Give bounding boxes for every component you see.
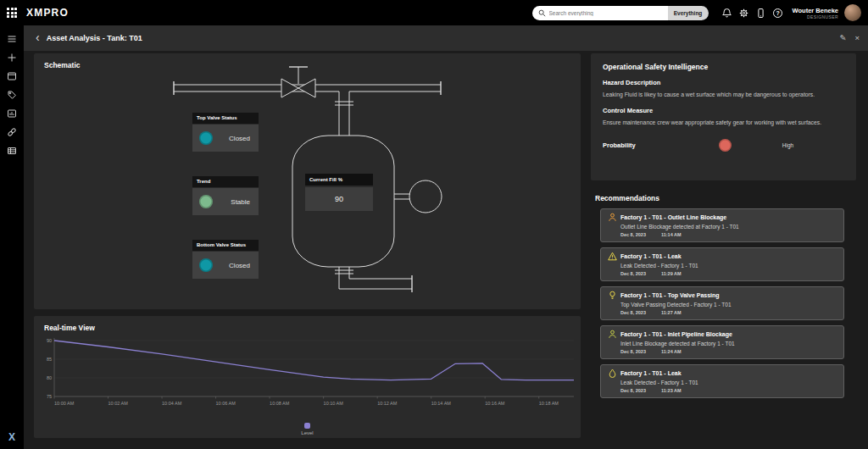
recommendation-time: 11:23 AM bbox=[661, 388, 682, 393]
help-icon: ? bbox=[773, 8, 782, 18]
svg-text:75: 75 bbox=[47, 394, 52, 399]
svg-text:10:12 AM: 10:12 AM bbox=[377, 401, 398, 406]
svg-text:80: 80 bbox=[47, 375, 52, 380]
bell-icon bbox=[721, 8, 732, 19]
bottom-valve-status-indicator bbox=[199, 258, 213, 272]
recommendation-title: Factory 1 - T01 - Top Valve Passing bbox=[620, 292, 720, 298]
svg-text:10:08 AM: 10:08 AM bbox=[270, 401, 290, 406]
recommendation-time: 11:29 AM bbox=[661, 271, 682, 276]
svg-text:10:16 AM: 10:16 AM bbox=[485, 401, 505, 406]
leak-drop-icon bbox=[608, 369, 617, 378]
operator-alert-icon bbox=[608, 213, 617, 222]
current-fill-label: Current Fill % bbox=[305, 174, 373, 186]
chart-icon bbox=[7, 108, 17, 119]
chart-legend[interactable]: Level bbox=[34, 423, 581, 435]
recommendation-date: Dec 8, 2023 bbox=[620, 271, 646, 276]
control-heading: Control Measure bbox=[603, 107, 844, 114]
svg-text:10:10 AM: 10:10 AM bbox=[324, 401, 344, 406]
link-icon bbox=[7, 127, 17, 137]
current-fill-value: 90 bbox=[305, 187, 373, 211]
user-role: DESIGNUSER bbox=[793, 14, 838, 19]
probability-label: Probability bbox=[603, 141, 636, 149]
svg-text:10:06 AM: 10:06 AM bbox=[216, 401, 236, 406]
gear-icon bbox=[738, 8, 749, 19]
search-box[interactable] bbox=[532, 6, 668, 20]
mobile-app-button[interactable] bbox=[753, 4, 770, 21]
recommendation-card[interactable]: Factory 1 - T01 - Outlet Line Blockage O… bbox=[600, 208, 844, 242]
control-text: Ensure maintenance crew wear appropriate… bbox=[603, 119, 844, 127]
help-button[interactable]: ? bbox=[770, 4, 787, 21]
recommendation-card[interactable]: Factory 1 - T01 - Inlet Pipeline Blockag… bbox=[600, 325, 844, 359]
recommendation-date: Dec 8, 2023 bbox=[620, 310, 646, 315]
operator-icon bbox=[608, 330, 617, 339]
recommendation-card[interactable]: Factory 1 - T01 - Leak Leak Detected - F… bbox=[600, 247, 844, 281]
sidebar-item-apps[interactable] bbox=[0, 67, 24, 86]
back-button[interactable]: ‹ bbox=[36, 31, 40, 43]
close-icon[interactable]: × bbox=[854, 34, 860, 42]
realtime-title: Real-time View bbox=[34, 316, 581, 332]
safety-intelligence-card: Operational Safety Intelligence Hazard D… bbox=[591, 53, 856, 180]
svg-text:90: 90 bbox=[47, 338, 52, 343]
recommendation-desc: Inlet Line Blockage detected at Factory … bbox=[620, 341, 837, 346]
legend-label: Level bbox=[301, 430, 313, 435]
left-sidebar: X bbox=[0, 25, 24, 449]
xmpro-x-logo-icon[interactable]: X bbox=[8, 431, 15, 443]
recommendation-desc: Leak Detected - Factory 1 - T01 bbox=[620, 380, 837, 385]
table-icon bbox=[7, 146, 17, 156]
sidebar-item-data[interactable] bbox=[0, 141, 24, 160]
menu-icon bbox=[7, 34, 17, 44]
recommendation-time: 11:24 AM bbox=[661, 349, 682, 354]
page-header: ‹ Asset Analysis - Tank: T01 ✎ × bbox=[24, 25, 868, 51]
recommendation-card[interactable]: Factory 1 - T01 - Top Valve Passing Top … bbox=[600, 286, 844, 320]
search-scope-dropdown[interactable]: Everything bbox=[668, 6, 709, 20]
bottom-valve-status-text: Closed bbox=[229, 262, 250, 269]
recommendation-title: Factory 1 - T01 - Inlet Pipeline Blockag… bbox=[620, 331, 732, 337]
recommendation-meta: Dec 8, 2023 11:14 AM bbox=[620, 232, 837, 237]
level-gauge bbox=[394, 180, 442, 213]
sidebar-item-integrations[interactable] bbox=[0, 123, 24, 141]
xmpro-logo: XMPRO bbox=[26, 7, 69, 19]
recommendations-list: Factory 1 - T01 - Outlet Line Blockage O… bbox=[600, 208, 844, 403]
probability-row: Probability High bbox=[603, 139, 844, 152]
recommendation-date: Dec 8, 2023 bbox=[620, 388, 646, 393]
sidebar-item-tags[interactable] bbox=[0, 86, 24, 104]
sidebar-menu-button[interactable] bbox=[0, 30, 24, 48]
trend-label: Trend bbox=[192, 176, 259, 187]
probability-indicator bbox=[719, 139, 732, 152]
recommendation-title: Factory 1 - T01 - Leak bbox=[620, 253, 682, 259]
top-valve-status-label: Top Valve Status bbox=[192, 113, 259, 124]
recommendation-desc: Outlet Line Blockage detected at Factory… bbox=[620, 224, 837, 230]
recommendation-card[interactable]: Factory 1 - T01 - Leak Leak Detected - F… bbox=[600, 364, 844, 398]
sidebar-item-analytics[interactable] bbox=[0, 104, 24, 123]
inlet-riser-pipe bbox=[335, 91, 353, 136]
recommendation-time: 11:27 AM bbox=[661, 310, 682, 315]
trend-indicator bbox=[199, 195, 213, 208]
safety-title: Operational Safety Intelligence bbox=[603, 55, 844, 71]
trend-text: Stable bbox=[231, 198, 250, 206]
notifications-button[interactable] bbox=[719, 4, 736, 21]
device-icon bbox=[755, 8, 766, 19]
global-search: Everything bbox=[532, 6, 709, 20]
avatar[interactable] bbox=[844, 4, 861, 21]
recommendation-meta: Dec 8, 2023 11:27 AM bbox=[620, 310, 837, 315]
legend-swatch bbox=[304, 423, 310, 429]
search-input[interactable] bbox=[549, 10, 655, 16]
schematic-card: Schematic bbox=[34, 53, 581, 309]
svg-text:10:04 AM: 10:04 AM bbox=[162, 401, 182, 406]
recommendation-desc: Leak Detected - Factory 1 - T01 bbox=[620, 263, 837, 269]
app-launcher-button[interactable] bbox=[0, 0, 24, 25]
recommendation-date: Dec 8, 2023 bbox=[620, 349, 646, 354]
top-valve-symbol bbox=[281, 67, 315, 97]
sidebar-add-button[interactable] bbox=[0, 48, 24, 67]
top-valve-status-text: Closed bbox=[229, 135, 250, 142]
recommendation-meta: Dec 8, 2023 11:29 AM bbox=[620, 271, 837, 276]
svg-text:10:00 AM: 10:00 AM bbox=[54, 401, 75, 406]
svg-text:10:02 AM: 10:02 AM bbox=[108, 401, 129, 406]
settings-button[interactable] bbox=[736, 4, 753, 21]
top-valve-status-value: Closed bbox=[192, 125, 259, 152]
search-icon bbox=[538, 9, 546, 17]
edit-icon[interactable]: ✎ bbox=[839, 34, 846, 42]
top-valve-status-indicator bbox=[199, 131, 213, 145]
recommendation-desc: Top Valve Passing Detected - Factory 1 -… bbox=[620, 302, 837, 308]
user-menu[interactable]: Wouter Beneke DESIGNUSER bbox=[793, 7, 838, 19]
